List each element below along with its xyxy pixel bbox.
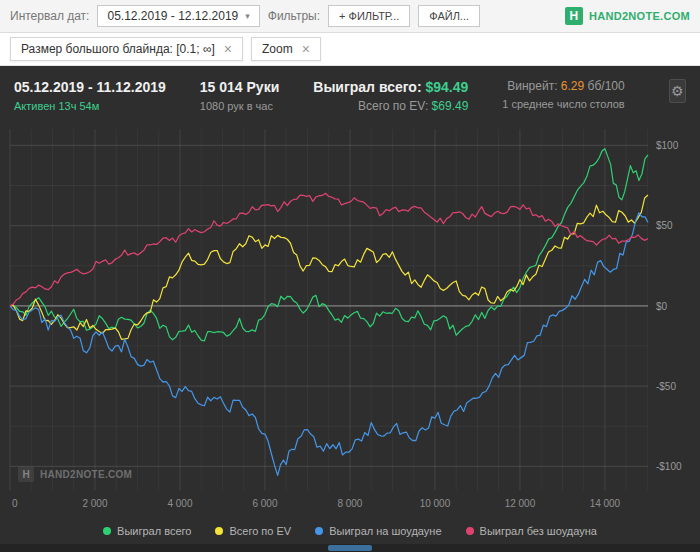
winnings-chart[interactable]: 02 0004 0006 0008 00010 00012 00014 000$… <box>8 123 692 520</box>
legend-item[interactable]: Всего по EV <box>215 525 291 537</box>
ev-total-line: Всего по EV: $69.49 <box>313 99 468 113</box>
brand: H HAND2NOTE.COM <box>565 7 690 25</box>
active-time: Активен 13ч 54м <box>14 100 166 112</box>
x-axis-tick-label: 8 000 <box>337 498 362 509</box>
x-axis-tick-label: 6 000 <box>252 498 277 509</box>
hands-per-hour: 1080 рук в час <box>200 100 279 112</box>
winrate-line: Винрейт: 6.29 бб/100 <box>502 79 624 93</box>
legend-label: Выиграл всего <box>117 525 191 537</box>
scrollbar-thumb[interactable] <box>328 545 372 551</box>
close-icon[interactable]: × <box>224 42 232 56</box>
hand2note-logo-icon: H <box>565 7 583 25</box>
filter-chip[interactable]: Zoom× <box>251 37 321 61</box>
won-total-value: $94.49 <box>425 79 468 95</box>
x-axis-tick-label: 0 <box>12 498 18 509</box>
close-icon[interactable]: × <box>302 42 310 56</box>
chart-legend: Выиграл всегоВсего по EVВыиграл на шоуда… <box>0 520 700 544</box>
stat-hands: 15 014 Руки 1080 рук в час <box>200 79 279 112</box>
x-axis-tick-label: 12 000 <box>505 498 536 509</box>
x-axis-tick-label: 2 000 <box>82 498 107 509</box>
winrate-label: Винрейт: <box>507 79 557 93</box>
winrate-units: бб/100 <box>588 79 625 93</box>
ev-total-value: $69.49 <box>432 99 469 113</box>
toolbar: Интервал дат: 05.12.2019 - 12.12.2019 ▾ … <box>0 0 700 33</box>
stat-winnings: Выиграл всего: $94.49 Всего по EV: $69.4… <box>313 79 468 113</box>
legend-dot-icon <box>466 527 474 535</box>
y-axis-tick-label: -$50 <box>656 381 676 392</box>
stats-header: 05.12.2019 - 11.12.2019 Активен 13ч 54м … <box>0 66 700 121</box>
legend-dot-icon <box>103 527 111 535</box>
chart-area: 02 0004 0006 0008 00010 00012 00014 000$… <box>8 123 692 520</box>
period-range: 05.12.2019 - 11.12.2019 <box>14 79 166 95</box>
legend-dot-icon <box>215 527 223 535</box>
gear-icon[interactable]: ⚙ <box>669 79 686 103</box>
stat-period: 05.12.2019 - 11.12.2019 Активен 13ч 54м <box>14 79 166 112</box>
x-axis-tick-label: 4 000 <box>167 498 192 509</box>
horizontal-scrollbar[interactable] <box>0 544 700 552</box>
won-total-label: Выиграл всего: <box>313 79 421 95</box>
y-axis-tick-label: $50 <box>656 220 673 231</box>
date-interval-label: Интервал дат: <box>10 9 89 23</box>
chevron-down-icon: ▾ <box>245 11 250 21</box>
brand-text: HAND2NOTE.COM <box>589 10 690 22</box>
y-axis-tick-label: $0 <box>656 300 667 311</box>
x-axis-tick-label: 10 000 <box>420 498 451 509</box>
date-range-value: 05.12.2019 - 12.12.2019 <box>107 9 238 23</box>
y-axis-tick-label: -$100 <box>656 461 682 472</box>
filter-chip[interactable]: Размер большого блайнда: [0.1; ∞]× <box>10 37 243 61</box>
ev-total-label: Всего по EV: <box>358 99 428 113</box>
legend-label: Выиграл без шоудауна <box>480 525 597 537</box>
filter-chip-label: Размер большого блайнда: [0.1; ∞] <box>21 42 215 56</box>
x-axis-tick-label: 14 000 <box>590 498 621 509</box>
filter-chips-row: Размер большого блайнда: [0.1; ∞]×Zoom× <box>0 33 700 66</box>
legend-label: Выиграл на шоудауне <box>329 525 441 537</box>
date-range-select[interactable]: 05.12.2019 - 12.12.2019 ▾ <box>97 5 259 27</box>
won-total-line: Выиграл всего: $94.49 <box>313 79 468 95</box>
avg-tables: 1 среднее число столов <box>502 98 624 110</box>
filters-label: Фильтры: <box>268 9 320 23</box>
y-axis-tick-label: $100 <box>656 140 678 151</box>
watermark-text: HAND2NOTE.COM <box>40 469 132 480</box>
stat-winrate: Винрейт: 6.29 бб/100 1 среднее число сто… <box>502 79 624 110</box>
legend-dot-icon <box>315 527 323 535</box>
file-button[interactable]: ФАЙЛ... <box>418 5 480 27</box>
hand2note-app: Интервал дат: 05.12.2019 - 12.12.2019 ▾ … <box>0 0 700 552</box>
hands-count: 15 014 Руки <box>200 79 279 95</box>
filter-chip-label: Zoom <box>262 42 293 56</box>
legend-label: Всего по EV <box>229 525 291 537</box>
winrate-value: 6.29 <box>561 79 584 93</box>
chart-watermark: H HAND2NOTE.COM <box>18 466 132 482</box>
hand2note-watermark-logo-icon: H <box>18 466 34 482</box>
legend-item[interactable]: Выиграл на шоудауне <box>315 525 441 537</box>
legend-item[interactable]: Выиграл всего <box>103 525 191 537</box>
add-filter-button[interactable]: + ФИЛЬТР... <box>328 5 410 27</box>
results-panel: 05.12.2019 - 11.12.2019 Активен 13ч 54м … <box>0 66 700 552</box>
legend-item[interactable]: Выиграл без шоудауна <box>466 525 597 537</box>
